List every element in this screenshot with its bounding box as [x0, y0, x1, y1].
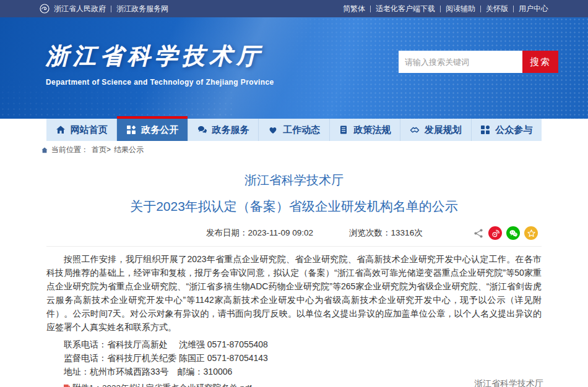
article-signature: 浙江省科学技术厅: [474, 378, 543, 387]
search-box: 搜索: [399, 51, 558, 73]
nav-item-label: 政务公开: [141, 124, 178, 136]
link-zhejiang-gov[interactable]: 浙江省人民政府: [54, 4, 106, 14]
nav-item-label: 政务服务: [212, 124, 249, 136]
nav-item-news[interactable]: 工作动态: [259, 119, 329, 141]
top-utility-bar: 浙江省人民政府 浙江政务服务网 简繁体 适老化客户端下载 阅读辅助 关怀版 用户…: [0, 0, 588, 17]
pdf-icon: [63, 384, 71, 387]
header-banner: 浙江省科学技术厅 Department of Science and Techn…: [0, 17, 588, 119]
nav-item-disclosure[interactable]: 政务公开: [117, 119, 188, 141]
location-home-icon: [41, 147, 48, 154]
share-nodes-icon[interactable]: [473, 228, 484, 239]
divider: [370, 6, 371, 12]
divider: [480, 6, 481, 12]
nav-item-planning[interactable]: 发展规划: [400, 119, 471, 141]
home-icon: [56, 125, 66, 135]
address-line: 地址：杭州市环城西路33号 邮编：310006: [46, 365, 542, 378]
topbar-right: 简繁体 适老化客户端下载 阅读辅助 关怀版 用户中心: [343, 4, 548, 14]
article-paragraph: 按照工作安排，我厅组织开展了2023年省重点企业研究院、省企业研究院、省高新技术…: [46, 252, 542, 334]
breadcrumb: 当前位置： 首页> 结果公示: [0, 141, 588, 158]
nav-item-label: 网站首页: [71, 124, 108, 136]
article-meta: 发布日期：2023-11-09 09:02 浏览次数：13316次: [46, 226, 542, 247]
page: 浙江省人民政府 浙江政务服务网 简繁体 适老化客户端下载 阅读辅助 关怀版 用户…: [0, 0, 588, 387]
article: 浙江省科学技术厅 关于2023年拟认定（备案）省级企业研发机构名单的公示 发布日…: [46, 172, 542, 387]
weibo-share-icon[interactable]: [488, 226, 502, 240]
site-title: 浙江省科学技术厅: [46, 41, 274, 72]
link-reading-aid[interactable]: 阅读辅助: [446, 4, 475, 14]
link-user-center[interactable]: 用户中心: [519, 4, 548, 14]
nav-item-services[interactable]: 政务服务: [188, 119, 259, 141]
divider: [513, 6, 514, 12]
attachment-link-1[interactable]: 附件1：2023年拟认定省重点企业研究院名单.pdf: [46, 381, 542, 387]
nav-item-participation[interactable]: 公众参与: [472, 119, 542, 141]
nav-bar-wrap: 网站首页 政务公开 政务服务 工作动态: [0, 119, 588, 141]
share-toolbar: [473, 226, 542, 240]
handshake-icon: [410, 125, 420, 135]
heart-icon: [268, 125, 278, 135]
link-care-version[interactable]: 关怀版: [486, 4, 508, 14]
divider: [440, 6, 441, 12]
qzone-share-icon[interactable]: [524, 226, 538, 240]
site-logo[interactable]: 浙江省科学技术厅 Department of Science and Techn…: [46, 41, 274, 87]
contact-phone: 联系电话：省科技厅高新处 沈维强 0571-87055408: [46, 338, 542, 351]
article-title-line2: 关于2023年拟认定（备案）省级企业研发机构名单的公示: [46, 198, 542, 215]
topbar-left: 浙江省人民政府 浙江政务服务网: [40, 4, 168, 14]
nav-item-label: 发展规划: [425, 124, 462, 136]
search-button[interactable]: 搜索: [522, 51, 558, 73]
attachment-list: 附件1：2023年拟认定省重点企业研究院名单.pdf 附件2：2023年拟认定省…: [46, 381, 542, 387]
contact-info: 联系电话：省科技厅高新处 沈维强 0571-87055408 监督电话：省科技厅…: [46, 338, 542, 378]
disclosure-icon: [126, 125, 136, 135]
participation-icon: [480, 125, 490, 135]
breadcrumb-prefix: 当前位置：: [51, 145, 89, 155]
link-simplified-traditional[interactable]: 简繁体: [343, 4, 365, 14]
breadcrumb-home-link[interactable]: 首页>: [92, 145, 111, 155]
breadcrumb-current: 结果公示: [114, 145, 144, 155]
divider: [111, 6, 111, 12]
nav-item-label: 公众参与: [495, 124, 532, 136]
document-icon: [339, 125, 348, 135]
publish-date: 发布日期：2023-11-09 09:02: [206, 228, 313, 239]
wechat-share-icon[interactable]: [506, 226, 520, 240]
service-chat-icon: [197, 125, 207, 135]
article-title-line1: 浙江省科学技术厅: [46, 172, 542, 189]
main-nav: 网站首页 政务公开 政务服务 工作动态: [46, 119, 542, 141]
view-count: 浏览次数：13316次: [349, 228, 423, 239]
nav-item-home[interactable]: 网站首页: [46, 119, 117, 141]
supervision-phone: 监督电话：省科技厅机关纪委 陈国正 0571-87054143: [46, 351, 542, 365]
gov-emblem-icon: [40, 4, 50, 14]
link-accessibility-client[interactable]: 适老化客户端下载: [376, 4, 435, 14]
nav-item-label: 工作动态: [283, 124, 320, 136]
link-zhejiang-service[interactable]: 浙江政务服务网: [116, 4, 168, 14]
site-title-english: Department of Science and Technology of …: [46, 78, 274, 87]
nav-item-policies[interactable]: 政策法规: [330, 119, 400, 141]
nav-item-label: 政策法规: [353, 124, 391, 136]
search-input[interactable]: [399, 51, 522, 73]
